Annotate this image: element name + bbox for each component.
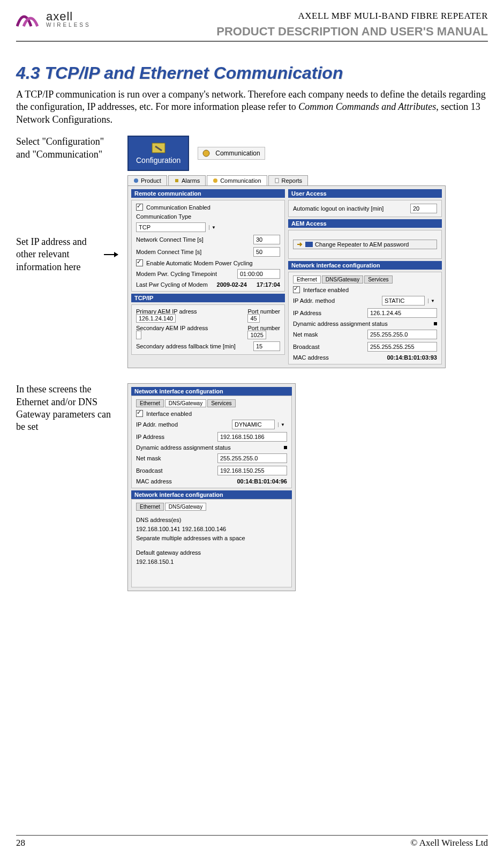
- netif1-mac-value: 00:14:B1:01:03:93: [387, 354, 437, 361]
- dns-help-label: Separate multiple addresses with a space: [136, 535, 287, 541]
- gateway-label: Default gateway address: [136, 549, 287, 556]
- netif1-tab-services[interactable]: Services: [364, 275, 392, 284]
- user-access-header: User Access: [288, 189, 442, 198]
- netif3-tab-dns[interactable]: DNS/Gateway: [165, 503, 206, 511]
- page-number: 28: [16, 838, 25, 848]
- netif2-tab-dns[interactable]: DNS/Gateway: [165, 399, 206, 407]
- logo-sub-text: WIRELESS: [46, 23, 91, 28]
- intro-text-ital: Common Commands and Attributes: [298, 101, 436, 112]
- netif2-method-select[interactable]: DYNAMIC: [232, 420, 275, 429]
- netif2-dyn-label: Dynamic address assignment status: [136, 444, 281, 451]
- svg-rect-5: [275, 178, 279, 183]
- status-dot-icon: [284, 446, 287, 449]
- change-password-label: Change Repeater to AEM password: [315, 241, 409, 248]
- tab-product[interactable]: Product: [127, 175, 167, 185]
- instruction-note-3: In these screens the Ethernet and/or DNS…: [16, 383, 118, 434]
- instruction-note-1: Select "Configuration" and "Communicatio…: [16, 136, 118, 161]
- arrow-right-icon: [297, 242, 303, 247]
- modem-connect-input[interactable]: 50: [253, 247, 280, 257]
- svg-point-4: [213, 178, 217, 183]
- cycle-time-label: Modem Pwr. Cycling Timepoint: [136, 271, 234, 277]
- netif2-mac-label: MAC address: [136, 478, 234, 485]
- configuration-button[interactable]: Configuration: [127, 136, 189, 171]
- bell-icon: [174, 178, 179, 183]
- svg-point-2: [134, 178, 138, 183]
- logo: axell WIRELESS: [16, 11, 91, 28]
- last-cycle-time: 17:17:04: [257, 281, 280, 288]
- netif2-enabled-label: Interface enabled: [146, 411, 287, 417]
- netif1-mask-label: Net mask: [293, 331, 364, 338]
- netif2-tab-ethernet[interactable]: Ethernet: [136, 399, 164, 407]
- wrench-icon: [151, 142, 166, 154]
- port1-input[interactable]: 45: [247, 314, 259, 323]
- net-connect-label: Network Connect Time [s]: [136, 236, 250, 243]
- change-password-button[interactable]: Change Repeater to AEM password: [293, 240, 437, 249]
- svg-point-1: [203, 150, 209, 157]
- tab-alarms[interactable]: Alarms: [168, 175, 206, 185]
- netif2-method-label: IP Addr. method: [136, 421, 229, 428]
- svg-rect-6: [305, 242, 313, 247]
- netif1-method-select[interactable]: STATIC: [382, 296, 425, 305]
- fallback-label: Secondary address fallback time [min]: [136, 343, 250, 349]
- copyright: © Axell Wireless Ltd: [410, 838, 488, 848]
- netif1-enabled-checkbox[interactable]: [293, 286, 300, 293]
- netif1-mac-label: MAC address: [293, 354, 383, 361]
- svg-rect-3: [175, 179, 178, 182]
- netif2-ip-input[interactable]: 192.168.150.186: [217, 432, 287, 442]
- comm-type-select[interactable]: TCP: [136, 222, 206, 232]
- netif1-mask-input[interactable]: 255.255.255.0: [367, 330, 437, 339]
- chevron-down-icon[interactable]: ▼: [209, 225, 218, 230]
- port2-input[interactable]: 1025: [247, 331, 266, 339]
- main-tabbar: Product Alarms Communication Reports: [127, 175, 488, 185]
- netif2-mask-label: Net mask: [136, 455, 214, 461]
- globe-icon: [202, 150, 212, 157]
- net-connect-input[interactable]: 30: [253, 235, 280, 244]
- comm-enabled-label: Communication Enabled: [146, 204, 280, 211]
- logout-input[interactable]: 20: [410, 204, 437, 213]
- info-icon: [133, 178, 139, 183]
- netif2-bcast-input[interactable]: 192.168.150.255: [217, 466, 287, 475]
- netif1-tab-ethernet[interactable]: Ethernet: [293, 275, 321, 284]
- chevron-down-icon[interactable]: ▼: [428, 299, 437, 303]
- comm-enabled-checkbox[interactable]: [136, 204, 143, 211]
- netif3-header: Network interface configuration: [131, 490, 292, 499]
- tab-communication[interactable]: Communication: [207, 175, 267, 185]
- cycle-time-input[interactable]: 01:00:00: [237, 269, 280, 279]
- logo-icon: [16, 11, 43, 27]
- netif2-mac-value: 00:14:B1:01:04:96: [237, 478, 287, 485]
- arrow-icon: [104, 254, 118, 255]
- globe-small-icon: [213, 178, 218, 183]
- report-icon: [274, 178, 280, 183]
- primary-ip-input[interactable]: 126.1.24.140: [136, 314, 176, 323]
- configuration-label: Configuration: [136, 156, 180, 165]
- dns-input[interactable]: 192.168.100.141 192.168.100.146: [136, 526, 287, 532]
- netif2-mask-input[interactable]: 255.255.255.0: [217, 453, 287, 463]
- netif2-header: Network interface configuration: [131, 387, 292, 396]
- netif3-tab-ethernet[interactable]: Ethernet: [136, 503, 164, 511]
- instruction-note-2: Set IP address and other relevant inform…: [16, 236, 101, 273]
- netif1-ip-input[interactable]: 126.1.24.45: [367, 308, 437, 318]
- netif2-enabled-checkbox[interactable]: [136, 410, 143, 417]
- section-heading: 4.3 TCP/IP and Ethernet Communication: [16, 63, 488, 83]
- netif1-method-label: IP Addr. method: [293, 297, 379, 304]
- comm-type-label: Communication Type: [136, 213, 280, 220]
- status-dot-icon: [434, 322, 437, 325]
- aem-access-header: AEM Access: [288, 219, 442, 228]
- header-manual-title: PRODUCT DESCRIPTION AND USER'S MANUAL: [216, 25, 488, 39]
- netif2-tab-services[interactable]: Services: [207, 399, 235, 407]
- communication-button[interactable]: Communication: [198, 147, 265, 160]
- netif2-ip-label: IP Address: [136, 434, 214, 440]
- netif2-bcast-label: Broadcast: [136, 467, 214, 474]
- netif1-bcast-input[interactable]: 255.255.255.255: [367, 342, 437, 352]
- logo-main-text: axell: [46, 11, 91, 23]
- netif1-tab-dns[interactable]: DNS/Gateway: [322, 275, 363, 284]
- gateway-input[interactable]: 192.168.150.1: [136, 558, 287, 565]
- page-header: axell WIRELESS AXELL MBF MULI-BAND FIBRE…: [16, 11, 488, 42]
- chevron-down-icon[interactable]: ▼: [278, 422, 287, 427]
- logout-label: Automatic logout on inactivity [min]: [293, 205, 407, 212]
- auto-cycle-checkbox[interactable]: [136, 259, 143, 266]
- tab-reports[interactable]: Reports: [268, 175, 309, 185]
- fallback-input[interactable]: 15: [253, 341, 280, 351]
- secondary-ip-input[interactable]: [136, 331, 141, 339]
- last-cycle-label: Last Pwr Cycling of Modem: [136, 281, 214, 288]
